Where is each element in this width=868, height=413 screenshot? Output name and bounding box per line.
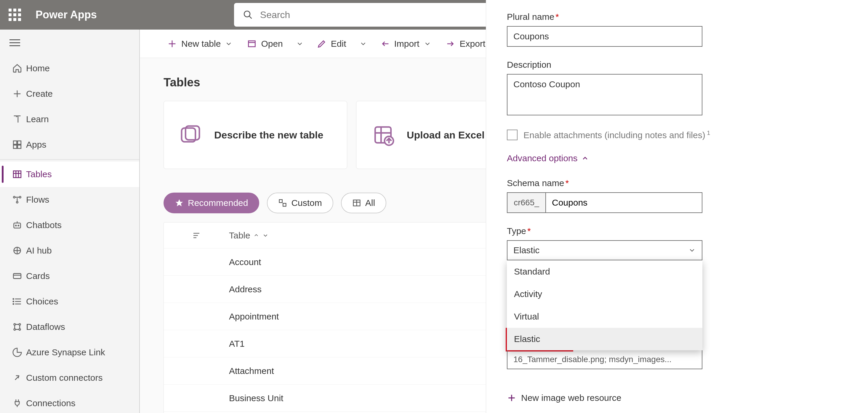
svg-point-30	[14, 329, 16, 331]
svg-point-0	[244, 11, 250, 17]
type-option-elastic[interactable]: Elastic	[507, 328, 703, 350]
nav-item-learn[interactable]: Learn	[0, 106, 139, 132]
plus-icon	[167, 39, 177, 49]
field-enable-attachments: Enable attachments (including notes and …	[507, 130, 847, 140]
nav-item-connections[interactable]: Connections	[0, 390, 139, 413]
open-split-button[interactable]	[293, 35, 306, 53]
edit-split-button[interactable]	[357, 35, 369, 53]
search-input[interactable]	[260, 9, 521, 21]
cmd-label: New table	[181, 39, 221, 49]
nav-separator	[0, 159, 139, 160]
chevron-down-icon	[262, 232, 269, 239]
left-nav: Home Create Learn Apps Tables Flows Chat…	[0, 30, 140, 413]
pill-custom[interactable]: Custom	[267, 193, 333, 213]
new-table-button[interactable]: New table	[163, 35, 236, 53]
svg-point-31	[19, 329, 21, 331]
nav-label: Home	[26, 63, 50, 73]
chevron-down-icon	[424, 40, 431, 48]
nav-item-chatbots[interactable]: Chatbots	[0, 212, 139, 238]
open-icon	[247, 39, 257, 49]
svg-point-17	[18, 225, 19, 226]
nav-label: Learn	[26, 114, 49, 124]
dataflow-icon	[8, 322, 26, 332]
table-icon	[8, 169, 26, 179]
field-label: Plural name*	[507, 12, 847, 22]
cmd-label: Export	[460, 39, 486, 49]
schema-name-input[interactable]	[546, 192, 703, 213]
svg-point-28	[14, 324, 16, 325]
open-button[interactable]: Open	[243, 35, 286, 53]
nav-label: Apps	[26, 140, 46, 150]
svg-point-12	[13, 197, 15, 198]
grid-icon	[278, 199, 287, 207]
svg-line-1	[249, 16, 251, 18]
card-describe-table[interactable]: Describe the new table	[163, 101, 347, 169]
nav-item-choices[interactable]: Choices	[0, 289, 139, 314]
nav-item-synapse[interactable]: Azure Synapse Link	[0, 340, 139, 365]
nav-item-tables[interactable]: Tables	[0, 162, 139, 187]
new-table-panel: Plural name* Description Contoso Coupon …	[486, 0, 868, 413]
pill-label: Custom	[291, 198, 322, 208]
svg-rect-35	[249, 41, 255, 47]
upload-icon	[371, 123, 395, 147]
svg-rect-4	[13, 141, 17, 144]
import-button[interactable]: Import	[376, 35, 435, 53]
image-row-text: 16_Tammer_disable.png; msdyn_images...	[514, 355, 672, 364]
chevron-down-icon	[688, 246, 696, 254]
brand-title: Power Apps	[36, 8, 97, 21]
type-option-standard[interactable]: Standard	[507, 260, 703, 283]
cmd-label: Import	[394, 39, 420, 49]
cmd-label: Open	[261, 39, 283, 49]
nav-label: Connections	[26, 398, 75, 408]
svg-rect-6	[13, 145, 17, 148]
export-icon	[445, 39, 456, 49]
nav-item-flows[interactable]: Flows	[0, 187, 139, 212]
svg-marker-45	[176, 199, 183, 207]
bot-icon	[8, 220, 26, 230]
plus-icon	[8, 89, 26, 99]
nav-item-ai-hub[interactable]: AI hub	[0, 238, 139, 263]
toggle-label: Advanced options	[507, 153, 578, 163]
nav-label: Azure Synapse Link	[26, 347, 105, 357]
chevron-down-icon	[225, 40, 232, 48]
nav-item-home[interactable]: Home	[0, 56, 139, 81]
nav-item-apps[interactable]: Apps	[0, 132, 139, 158]
nav-label: Cards	[26, 271, 50, 281]
svg-rect-5	[18, 141, 21, 144]
new-image-label: New image web resource	[521, 393, 621, 403]
header-sort-icon[interactable]	[164, 231, 229, 240]
type-option-activity[interactable]: Activity	[507, 283, 703, 305]
nav-label: Tables	[26, 169, 52, 179]
svg-point-16	[16, 225, 16, 226]
type-option-virtual[interactable]: Virtual	[507, 305, 703, 328]
svg-point-14	[16, 202, 18, 203]
plural-name-input[interactable]	[507, 26, 703, 47]
description-input[interactable]: Contoso Coupon	[507, 74, 703, 115]
schema-prefix: cr665_	[507, 192, 546, 213]
table-icon	[352, 199, 361, 207]
svg-rect-46	[279, 200, 282, 203]
nav-item-cards[interactable]: Cards	[0, 263, 139, 289]
app-launcher-button[interactable]	[0, 0, 30, 30]
chart-icon	[8, 347, 26, 357]
connector-icon	[8, 373, 26, 383]
describe-icon	[179, 123, 202, 147]
nav-collapse-button[interactable]	[0, 30, 30, 56]
header-label: Table	[229, 231, 250, 241]
svg-rect-7	[18, 145, 21, 148]
nav-item-create[interactable]: Create	[0, 81, 139, 106]
svg-point-26	[13, 301, 14, 302]
enable-attachments-checkbox[interactable]: Enable attachments (including notes and …	[507, 130, 847, 140]
search-icon	[243, 9, 253, 20]
type-select[interactable]: Elastic	[507, 240, 703, 260]
pill-all[interactable]: All	[341, 193, 386, 213]
advanced-options-toggle[interactable]: Advanced options	[507, 153, 589, 163]
column-header-table[interactable]: Table	[229, 231, 269, 241]
nav-item-connectors[interactable]: Custom connectors	[0, 365, 139, 390]
new-image-button[interactable]: New image web resource	[507, 393, 847, 403]
pill-recommended[interactable]: Recommended	[163, 193, 259, 213]
edit-button[interactable]: Edit	[313, 35, 350, 53]
nav-item-dataflows[interactable]: Dataflows	[0, 314, 139, 340]
svg-point-25	[13, 299, 14, 299]
field-label: Schema name*	[507, 178, 847, 188]
